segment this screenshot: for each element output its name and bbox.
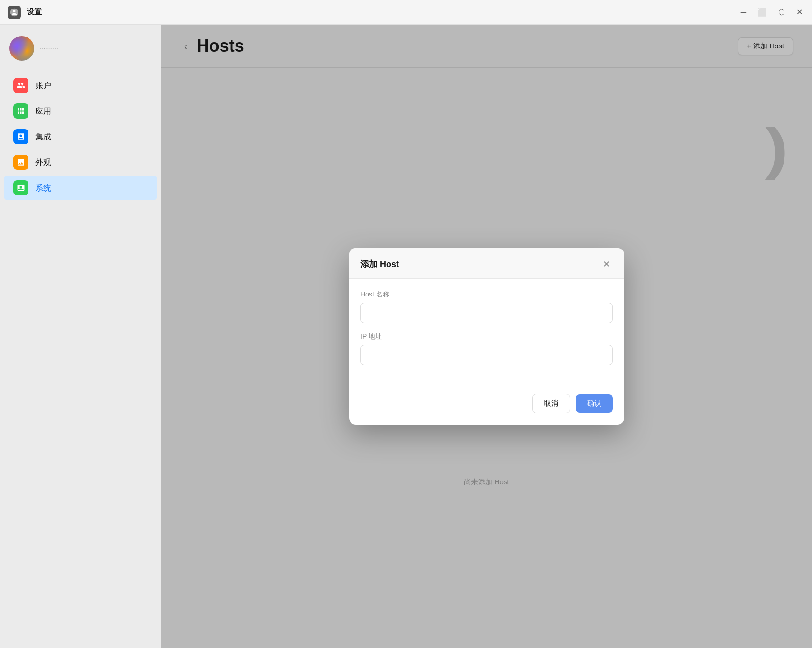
- minimize-button[interactable]: ─: [739, 6, 748, 19]
- host-name-group: Host 名称: [360, 290, 613, 323]
- accounts-icon: [13, 78, 28, 93]
- close-button[interactable]: ✕: [794, 6, 804, 19]
- avatar: [9, 36, 34, 61]
- dialog-header: 添加 Host ✕: [349, 248, 624, 279]
- window-controls: ─ ⬜ ⬡ ✕: [739, 6, 804, 19]
- dialog-overlay: 添加 Host ✕ Host 名称 IP 地址 取消 确认: [161, 25, 812, 648]
- system-label: 系统: [35, 183, 51, 194]
- dialog-body: Host 名称 IP 地址: [349, 279, 624, 386]
- accounts-label: 账户: [35, 80, 51, 91]
- content-area: ‹ Hosts + 添加 Host )) 尚未添加 Host 添加 Host ✕…: [161, 25, 812, 648]
- dialog-close-button[interactable]: ✕: [600, 258, 613, 271]
- dialog-footer: 取消 确认: [349, 386, 624, 425]
- integrations-label: 集成: [35, 131, 51, 142]
- ip-label: IP 地址: [360, 333, 613, 341]
- username: ··········: [40, 45, 58, 52]
- apps-icon: [13, 103, 28, 119]
- app-icon: [8, 6, 21, 19]
- sidebar: ·········· 账户 应用 集成 外观: [0, 25, 161, 648]
- host-name-label: Host 名称: [360, 290, 613, 299]
- system-icon: [13, 180, 28, 195]
- app-body: ·········· 账户 应用 集成 外观: [0, 25, 812, 648]
- sidebar-item-apps[interactable]: 应用: [4, 99, 157, 123]
- maximize-button[interactable]: ⬜: [756, 6, 769, 19]
- confirm-button[interactable]: 确认: [576, 394, 613, 413]
- host-name-input[interactable]: [360, 303, 613, 323]
- sidebar-item-appearance[interactable]: 外观: [4, 150, 157, 175]
- ip-input[interactable]: [360, 345, 613, 365]
- apps-label: 应用: [35, 106, 51, 117]
- sidebar-item-system[interactable]: 系统: [4, 176, 157, 200]
- integrations-icon: [13, 129, 28, 144]
- ip-address-group: IP 地址: [360, 333, 613, 365]
- sidebar-item-accounts[interactable]: 账户: [4, 73, 157, 98]
- external-button[interactable]: ⬡: [776, 6, 787, 19]
- cancel-button[interactable]: 取消: [532, 394, 570, 413]
- titlebar: 设置 ─ ⬜ ⬡ ✕: [0, 0, 812, 25]
- add-host-dialog: 添加 Host ✕ Host 名称 IP 地址 取消 确认: [349, 248, 624, 425]
- dialog-title: 添加 Host: [360, 259, 399, 270]
- appearance-icon: [13, 155, 28, 170]
- sidebar-item-integrations[interactable]: 集成: [4, 124, 157, 149]
- user-profile: ··········: [0, 32, 161, 72]
- app-title: 设置: [27, 7, 733, 17]
- appearance-label: 外观: [35, 157, 51, 168]
